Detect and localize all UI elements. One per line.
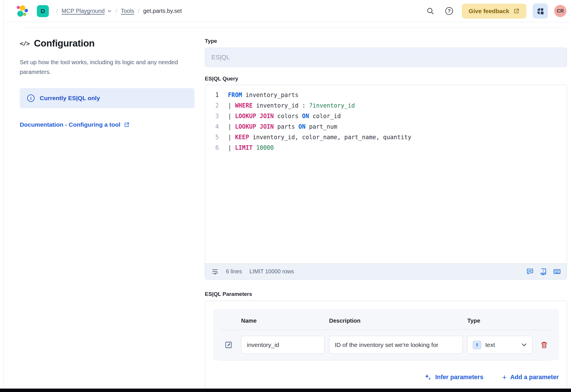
breadcrumb: / MCP Playground / Tools / get.parts.by.… [56,8,182,14]
svg-text:i: i [543,269,544,272]
params-actions: Infer parameters + Add a parameter [213,373,559,381]
apps-grid-icon [536,7,545,15]
give-feedback-button[interactable]: Give feedback [462,4,526,19]
param-row: t text [221,330,551,360]
configuration-description: Set up how the tool works, including its… [20,57,191,77]
line-number: 6 [205,144,219,151]
elastic-logo[interactable] [16,5,28,17]
breadcrumb-mcp-playground[interactable]: MCP Playground [62,8,105,14]
code-text: | KEEP inventory_id, color_name, part_na… [228,134,411,141]
feedback-comment-icon[interactable] [526,268,534,275]
column-header-type: Type [467,318,532,324]
code-line[interactable]: 5| KEEP inventory_id, color_name, part_n… [205,132,567,142]
code-icon: </> [20,40,29,47]
bottom-bar [0,389,571,392]
breadcrumb-separator: / [115,8,117,14]
configuration-form: Type ES|QL Query 1FROM inventory_parts2|… [205,38,567,390]
help-icon[interactable]: ? [443,5,456,17]
add-parameter-button[interactable]: + Add a parameter [502,373,559,381]
token-text-icon: t [473,341,481,349]
main-content: </> Configuration Set up how the tool wo… [4,28,571,390]
chevron-down-icon [521,342,527,348]
documentation-link[interactable]: Documentation - Configuring a tool [20,121,130,128]
column-header-name: Name [241,318,324,324]
code-line[interactable]: 6| LIMIT 10000 [205,142,567,153]
line-number: 3 [205,113,219,120]
code-text: | LIMIT 10000 [228,144,274,151]
code-text: | WHERE inventory_id : ?inventory_id [228,102,355,109]
line-number: 4 [205,123,219,130]
keyboard-shortcuts-icon[interactable] [553,268,561,276]
params-panel: Name Description Type [205,301,567,390]
params-table-header: Name Description Type [221,316,551,330]
breadcrumb-separator: / [56,8,58,14]
code-line[interactable]: 3| LOOKUP JOIN colors ON color_id [205,111,567,121]
infer-parameters-button[interactable]: Infer parameters [424,373,484,381]
apps-menu-button[interactable] [533,3,548,19]
breadcrumb-current: get.parts.by.set [143,8,182,14]
plus-icon: + [502,373,506,381]
esql-only-callout: i Currently ES|QL only [20,88,195,108]
type-field-label: Type [205,38,567,44]
elastic-logo-icon [16,5,28,17]
info-icon: i [27,94,35,102]
external-link-icon [124,122,130,128]
code-text: | LOOKUP JOIN parts ON part_num [228,123,337,130]
code-line[interactable]: 2| WHERE inventory_id : ?inventory_id [205,100,567,111]
left-rail [0,0,4,389]
esql-query-editor: 1FROM inventory_parts2| WHERE inventory_… [205,85,567,280]
column-header-description: Description [329,318,463,324]
line-number: 2 [205,102,219,109]
param-type-value: text [485,342,517,348]
code-line[interactable]: 4| LOOKUP JOIN parts ON part_num [205,121,567,132]
line-number: 5 [205,134,219,141]
editor-lines-count: 6 lines [226,268,242,275]
header-right: ? Give feedback CR [424,3,566,19]
editor-footer: 6 lines LIMIT 10000 rows [205,263,567,279]
top-header: D / MCP Playground / Tools / get.parts.b… [4,0,571,22]
code-lines[interactable]: 1FROM inventory_parts2| WHERE inventory_… [205,85,567,263]
param-type-select[interactable]: t text [467,336,532,354]
search-icon[interactable] [424,5,437,17]
project-badge[interactable]: D [37,5,49,17]
page-title: Configuration [34,38,95,49]
type-input[interactable] [205,48,567,67]
sparkles-icon [424,373,432,381]
avatar[interactable]: CR [554,5,566,17]
word-wrap-icon [211,268,219,275]
chevron-down-icon[interactable] [107,9,112,13]
code-text: FROM inventory_parts [228,92,298,98]
params-table: Name Description Type [213,309,559,360]
external-link-icon [513,8,520,14]
line-number: 1 [205,92,219,98]
page-root: D / MCP Playground / Tools / get.parts.b… [4,0,571,390]
give-feedback-label: Give feedback [469,8,509,15]
table-divider [221,360,551,360]
configuration-intro: </> Configuration Set up how the tool wo… [20,38,205,390]
callout-text: Currently ES|QL only [40,95,100,102]
documentation-book-icon[interactable]: i [540,268,547,275]
header-left: D / MCP Playground / Tools / get.parts.b… [16,5,182,17]
params-section-label: ES|QL Parameters [205,291,567,297]
breadcrumb-separator: / [138,8,140,14]
delete-param-icon[interactable] [537,341,551,349]
query-field-label: ES|QL Query [205,76,567,82]
edit-param-icon[interactable] [221,340,237,349]
code-text: | LOOKUP JOIN colors ON color_id [228,113,341,120]
breadcrumb-tools[interactable]: Tools [121,8,134,14]
editor-limit-info: LIMIT 10000 rows [249,268,294,275]
param-name-input[interactable] [241,336,324,354]
code-line[interactable]: 1FROM inventory_parts [205,90,567,100]
param-description-input[interactable] [329,336,463,354]
